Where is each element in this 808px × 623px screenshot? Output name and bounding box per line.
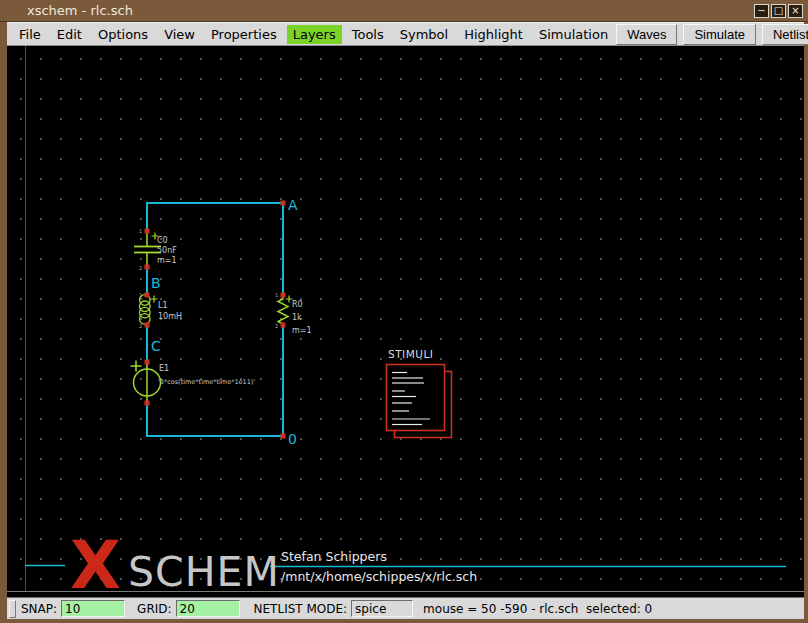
pin-number: 2: [139, 323, 142, 329]
pin-square: [145, 293, 150, 298]
pin-square: [281, 434, 286, 439]
menu-item-tools[interactable]: Tools: [346, 25, 390, 44]
snap-input[interactable]: [61, 600, 125, 617]
menu-item-layers[interactable]: Layers: [287, 25, 342, 44]
close-icon[interactable]: ×: [788, 4, 803, 18]
resistor-zigzag: [278, 296, 288, 324]
file-path-text: /mnt/x/home/schippes/x/rlc.sch: [281, 569, 477, 584]
inductor-ref: L1: [158, 301, 168, 310]
inductor-coil: [140, 301, 151, 312]
statusbar-grip[interactable]: [9, 600, 16, 618]
minimize-icon[interactable]: −: [754, 4, 769, 18]
pin-square: [281, 201, 286, 206]
xschem-logo-x: X: [70, 533, 119, 599]
source-ref: E1: [159, 364, 169, 373]
inductor-value: 10mH: [158, 312, 182, 321]
pin-square: [145, 265, 150, 270]
capacitor-value: 50nF: [157, 246, 177, 255]
capacitor-ref: C0: [157, 236, 168, 245]
menu-item-properties[interactable]: Properties: [205, 25, 283, 44]
netlist-mode-input[interactable]: [351, 600, 413, 617]
inductor-component[interactable]: 1 2 L1 10mH: [139, 292, 182, 329]
schematic-drawing: 1 2 C0 50nF m=1 1 2 L1: [7, 46, 804, 591]
pin-number: 2: [139, 265, 142, 271]
net-label-a[interactable]: A: [288, 197, 298, 213]
source-value: '3*cos(time*time*time*1e11)': [158, 378, 255, 386]
plus-polarity-icon: [131, 361, 142, 372]
stimuli-doc-icon: [387, 365, 445, 431]
schematic-canvas[interactable]: 1 2 C0 50nF m=1 1 2 L1: [7, 46, 804, 592]
source-component[interactable]: E1 '3*cos(time*time*time*1e11)': [131, 360, 256, 406]
window-title: xschem - rlc.sch: [27, 3, 133, 18]
grid-label: GRID:: [137, 602, 171, 616]
title-bar[interactable]: xschem - rlc.sch − □ ×: [0, 0, 808, 22]
menu-item-symbol[interactable]: Symbol: [394, 25, 454, 44]
net-label-b[interactable]: B: [151, 275, 161, 291]
resistor-component[interactable]: 1 2 R0 1k m=1: [275, 292, 312, 335]
pin-number: 1: [275, 292, 278, 298]
menu-item-highlight[interactable]: Highlight: [458, 25, 529, 44]
pin-square: [145, 360, 150, 365]
snap-label: SNAP:: [21, 602, 57, 616]
inductor-coil: [140, 307, 151, 318]
netlist-button[interactable]: Netlist: [762, 24, 808, 45]
menu-item-file[interactable]: File: [13, 25, 47, 44]
resistor-mult: m=1: [292, 326, 312, 335]
netlist-mode-label: NETLIST MODE:: [254, 602, 348, 616]
resistor-value: 1k: [292, 313, 302, 322]
pin-number: 1: [139, 228, 142, 234]
resistor-ref: R0: [292, 300, 303, 309]
pin-square: [145, 323, 150, 328]
mouse-status-text: mouse = 50 -590 - rlc.sch selected: 0: [423, 602, 652, 616]
menu-item-options[interactable]: Options: [92, 25, 154, 44]
window-controls: − □ ×: [754, 4, 803, 18]
pin-number: 2: [275, 323, 278, 329]
net-label-c[interactable]: C: [151, 338, 161, 354]
pin-number: 1: [139, 292, 142, 298]
maximize-icon[interactable]: □: [771, 4, 786, 18]
menu-bar: File Edit Options View Properties Layers…: [7, 22, 804, 46]
menu-item-edit[interactable]: Edit: [51, 25, 88, 44]
pin-square: [281, 323, 286, 328]
simulate-button[interactable]: Simulate: [683, 24, 756, 45]
stimuli-label: STIMULI: [388, 348, 433, 360]
pin-square: [281, 293, 286, 298]
stimuli-block[interactable]: STIMULI: [387, 348, 452, 438]
author-text: Stefan Schippers: [281, 549, 387, 564]
grid-input[interactable]: [176, 600, 240, 617]
status-bar: SNAP: GRID: NETLIST MODE: mouse = 50 -59…: [7, 597, 804, 619]
capacitor-component[interactable]: 1 2 C0 50nF m=1: [134, 228, 177, 271]
menu-item-simulation[interactable]: Simulation: [533, 25, 614, 44]
menu-item-view[interactable]: View: [158, 25, 201, 44]
net-label-gnd[interactable]: 0: [288, 431, 297, 447]
window-body: File Edit Options View Properties Layers…: [7, 22, 804, 619]
pin-square: [145, 229, 150, 234]
pin-square: [145, 401, 150, 406]
waves-button[interactable]: Waves: [616, 24, 677, 45]
plus-polarity-icon: [151, 296, 158, 303]
xschem-window: xschem - rlc.sch − □ × File Edit Options…: [0, 0, 808, 623]
capacitor-mult: m=1: [157, 256, 177, 265]
xschem-logo-text: SCHEM: [128, 552, 280, 593]
